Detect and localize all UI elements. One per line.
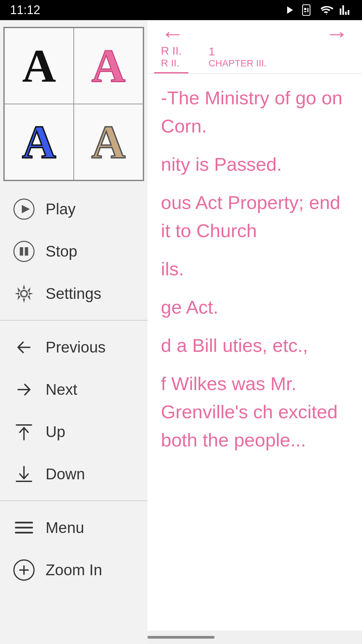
tab-sublabel-1: CHAPTER III. [208,58,266,69]
menu-icon [12,516,36,539]
font-style-grid: A A A A [3,27,144,181]
previous-button[interactable]: Previous [0,326,147,368]
svg-point-10 [21,290,27,297]
tab-chapter-2[interactable]: R II. R II. [154,41,188,73]
status-time: 11:12 [10,3,40,17]
stop-label: Stop [46,242,77,260]
next-button[interactable]: Next [0,368,147,411]
status-icons [283,4,352,16]
menu-label: Menu [46,519,84,537]
up-button[interactable]: Up [0,411,147,453]
next-label: Next [46,380,77,398]
home-indicator [147,636,215,639]
book-paragraph-2: ous Act Property; end it to Church [161,189,349,245]
tab-label-0: R II. [161,44,182,57]
arrow-up-icon [12,420,36,443]
sim-icon [301,4,314,16]
content-area: ← → R II. R II. 1 CHAPTER III. -The Mini… [147,20,362,644]
settings-button[interactable]: Settings [0,272,147,315]
arrow-left-icon [12,335,36,359]
stop-icon [12,239,36,263]
status-bar: 11:12 [0,0,362,20]
playback-menu-section: Play Stop [0,184,147,318]
extra-menu-section: Menu Zoom In [0,503,147,594]
main-layout: A A A A Play [0,20,362,644]
divider-2 [0,500,147,501]
book-paragraph-0: -The Ministry of go on Corn. [161,84,349,140]
svg-rect-1 [304,8,306,10]
plus-icon [12,558,36,582]
font-cell-serif-blue[interactable]: A [4,104,74,180]
font-cell-serif-black[interactable]: A [4,28,74,104]
svg-rect-3 [304,11,306,12]
book-paragraph-4: ge Act. [161,293,349,321]
menu-button[interactable]: Menu [0,506,147,549]
down-button[interactable]: Down [0,453,147,495]
previous-label: Previous [46,338,106,356]
svg-rect-7 [20,247,23,256]
nav-forward-arrow[interactable]: → [325,22,349,45]
svg-rect-8 [25,247,28,256]
play-label: Play [46,200,75,218]
font-cell-serif-tan[interactable]: A [74,104,143,180]
book-paragraph-6: f Wilkes was Mr. Grenville's ch excited … [161,370,349,454]
tabs-bar: R II. R II. 1 CHAPTER III. [147,47,362,74]
wifi-icon [319,4,334,16]
tab-label-1: 1 [208,45,266,58]
svg-rect-0 [303,5,310,15]
tab-chapter-3[interactable]: 1 CHAPTER III. [202,42,273,73]
font-cell-serif-pink[interactable]: A [74,28,143,104]
arrow-right-icon [12,378,36,401]
tab-sublabel-0: R II. [161,57,182,69]
font-letter-blue: A [22,119,56,166]
zoom-in-button[interactable]: Zoom In [0,549,147,591]
svg-rect-2 [307,8,308,12]
zoom-in-label: Zoom In [46,561,102,579]
book-paragraph-1: nity is Passed. [161,150,349,178]
font-letter-pink: A [92,43,125,90]
signal-icon [339,4,352,16]
font-letter-black: A [22,43,56,90]
stop-button[interactable]: Stop [0,230,147,272]
play-icon [12,197,36,221]
svg-marker-5 [22,205,30,213]
notification-icon [283,4,296,16]
play-button[interactable]: Play [0,188,147,230]
sidebar: A A A A Play [0,20,147,644]
up-label: Up [46,423,65,441]
font-letter-tan: A [92,119,125,166]
book-content: -The Ministry of go on Corn. nity is Pas… [147,74,362,644]
navigation-menu-section: Previous Next [0,323,147,498]
settings-label: Settings [46,284,101,303]
down-label: Down [46,465,85,483]
arrow-down-icon [12,462,36,486]
book-paragraph-3: ils. [161,255,349,283]
svg-point-6 [14,241,34,261]
divider-1 [0,320,147,321]
book-paragraph-5: d a Bill uties, etc., [161,331,349,360]
settings-icon [12,282,36,305]
